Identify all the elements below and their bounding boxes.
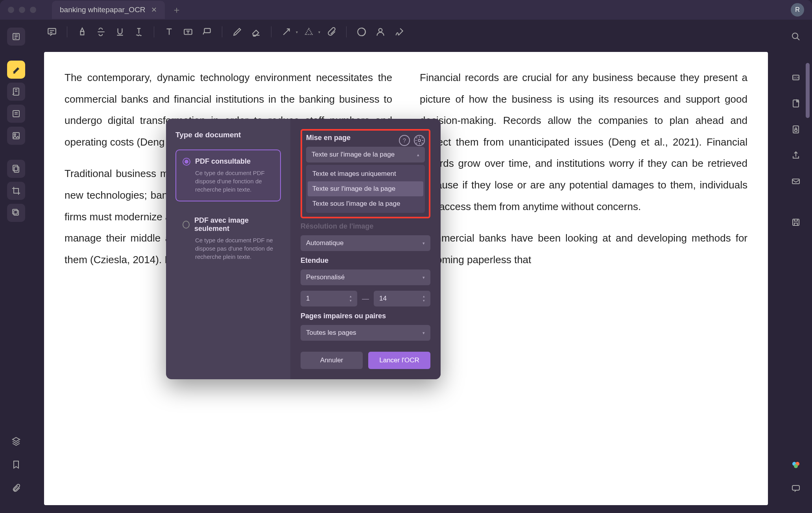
copy-tool-icon[interactable] [7,160,25,178]
arrow-icon[interactable] [279,24,294,40]
body-text: Commercial banks have been looking at an… [420,227,747,270]
svg-rect-9 [48,28,56,34]
strikethrough-icon[interactable] [93,24,109,40]
resolution-select[interactable]: Automatique ▾ [301,235,430,251]
chevron-up-icon: ▴ [417,152,419,157]
ocr-icon[interactable]: OCR [787,68,805,87]
close-window[interactable] [8,7,14,13]
chat-icon[interactable] [787,479,805,497]
chevron-down-icon: ▾ [423,275,425,280]
option-title: PDF consultable [195,157,251,166]
pencil-icon[interactable] [229,24,245,40]
left-sidebar [0,20,32,513]
scrollbar-thumb[interactable] [806,63,810,118]
range-select[interactable]: Personnalisé ▾ [301,269,430,285]
range-from-input[interactable]: 1 ▴▾ [301,291,357,306]
svg-rect-8 [13,209,17,214]
radio-unchecked-icon [183,221,190,229]
layout-option[interactable]: Texte sous l'image de la page [308,196,423,211]
underline-icon[interactable] [112,24,128,40]
app-logo-icon[interactable] [787,456,805,474]
pdf-searchable-option[interactable]: PDF consultable Ce type de document PDF … [175,149,281,201]
squiggly-icon[interactable] [131,24,147,40]
ocr-dialog: Type de document PDF consultable Ce type… [166,119,441,379]
range-to-input[interactable]: 14 ▴▾ [374,291,430,306]
scrollbar[interactable] [806,63,810,149]
layout-option[interactable]: Texte et images uniquement [308,166,423,181]
user-avatar[interactable]: R [791,3,804,17]
minimize-window[interactable] [19,7,25,13]
svg-text:OCR: OCR [793,76,799,79]
run-ocr-button[interactable]: Lancer l'OCR [368,352,430,369]
tabs-bar: banking whitepapar_OCR ✕ ＋ [52,1,181,19]
select-value: Personnalisé [306,273,345,281]
svg-point-15 [792,33,798,39]
dialog-right-panel: Mise en page ? Texte sur l'image de la p… [290,119,441,379]
search-icon[interactable] [787,28,805,46]
top-toolbar: ▾ ▾ [32,20,780,44]
mail-icon[interactable] [787,172,805,190]
profile-stamp-icon[interactable] [373,24,388,40]
range-dash: — [362,295,369,303]
help-icon[interactable]: ? [399,135,410,146]
export-icon[interactable] [787,94,805,113]
attachment-icon[interactable] [7,479,25,497]
layout-option[interactable]: Texte sur l'image de la page [308,181,423,196]
arrow-dropdown[interactable]: ▾ [296,30,298,34]
svg-rect-6 [13,165,18,171]
stack-icon[interactable] [7,432,25,450]
close-tab-icon[interactable]: ✕ [151,6,157,14]
svg-point-14 [418,139,421,142]
tab-title: banking whitepapar_OCR [60,6,146,14]
crop-tool-icon[interactable] [7,182,25,200]
svg-rect-22 [793,219,799,225]
option-desc: Ce type de document PDF ne dispose pas d… [195,236,274,261]
textbox-icon[interactable] [180,24,196,40]
cancel-button[interactable]: Annuler [301,352,363,369]
svg-point-4 [14,134,16,135]
attach-icon[interactable] [323,24,339,40]
comment-icon[interactable] [44,24,60,40]
save-icon[interactable] [787,213,805,231]
chevron-down-icon: ▾ [423,330,425,336]
layers-tool-icon[interactable] [7,204,25,222]
highlight-tool-icon[interactable] [7,61,25,79]
highlighter-icon[interactable] [74,24,90,40]
svg-rect-21 [792,179,799,184]
input-value: 1 [306,295,310,303]
range-label: Etendue [301,256,430,265]
document-tab[interactable]: banking whitepapar_OCR ✕ [52,1,165,19]
bookmark-icon[interactable] [7,456,25,474]
note-tool-icon[interactable] [7,83,25,101]
page-range-row: 1 ▴▾ — 14 ▴▾ [301,291,430,306]
parity-select[interactable]: Toutes les pages ▾ [301,325,430,341]
lock-icon[interactable] [787,120,805,138]
body-text: Financial records are crucial for any bu… [420,67,747,217]
document-type-label: Type de document [175,131,281,139]
stamp-icon[interactable] [354,24,369,40]
callout-icon[interactable] [199,24,215,40]
text-insert-icon[interactable] [161,24,177,40]
signature-icon[interactable] [391,24,407,40]
svg-rect-11 [205,28,210,33]
layout-select[interactable]: Texte sur l'image de la page ▴ [306,147,425,162]
stepper[interactable]: ▴▾ [350,295,352,303]
svg-point-13 [379,28,382,32]
document-viewport: The contemporary, dynamic technology env… [32,44,780,513]
annotate-tool-icon[interactable] [7,28,25,46]
text-tool-icon[interactable] [7,105,25,123]
shape-dropdown[interactable]: ▾ [318,30,320,34]
eraser-icon[interactable] [248,24,264,40]
chevron-down-icon: ▾ [423,241,425,246]
select-value: Automatique [306,239,343,247]
image-tool-icon[interactable] [7,127,25,145]
share-icon[interactable] [787,146,805,164]
settings-icon[interactable] [414,135,425,146]
shape-icon[interactable] [301,24,317,40]
pdf-image-only-option[interactable]: PDF avec image seulement Ce type de docu… [175,209,281,269]
maximize-window[interactable] [30,7,36,13]
svg-rect-20 [795,129,797,131]
layout-highlight: Mise en page ? Texte sur l'image de la p… [301,129,430,218]
new-tab-button[interactable]: ＋ [172,4,181,16]
stepper[interactable]: ▴▾ [423,295,425,303]
